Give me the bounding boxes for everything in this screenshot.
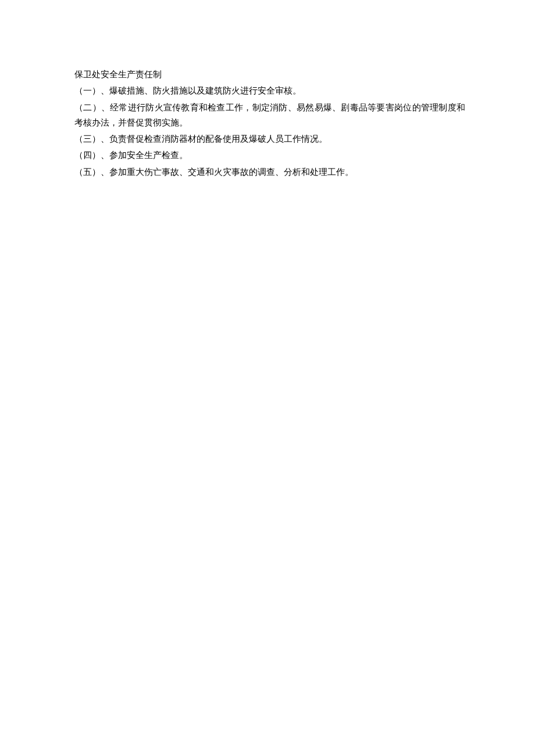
list-item: （二）、经常进行防火宣传教育和检查工作，制定消防、易然易爆、剧毒品等要害岗位的管… — [74, 100, 465, 131]
document-body: 保卫处安全生产责任制 （一）、爆破措施、防火措施以及建筑防火进行安全审核。 （二… — [74, 67, 465, 180]
list-item: （三）、负责督促检查消防器材的配备使用及爆破人员工作情况。 — [74, 131, 465, 146]
list-item: （一）、爆破措施、防火措施以及建筑防火进行安全审核。 — [74, 83, 465, 98]
document-title: 保卫处安全生产责任制 — [74, 67, 465, 82]
list-item: （四）、参加安全生产检查。 — [74, 148, 465, 163]
list-item: （五）、参加重大伤亡事故、交通和火灾事故的调查、分析和处理工作。 — [74, 164, 465, 180]
